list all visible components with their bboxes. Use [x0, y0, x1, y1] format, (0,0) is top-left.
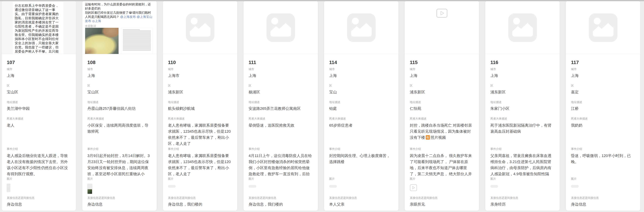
field-image: 图片 — [87, 177, 152, 196]
field-event: 事件介绍 3月9日起开始封控，3月14日解封。3月23日又一轮封控开始，期间这位… — [87, 147, 152, 177]
field-deceased: 死者大体描述 封控，跳楼自杀当场死亡 对面楼邻居只看见听见现场情况，因为集体被封… — [410, 117, 474, 147]
field-value-direct-info: 亲身经历 — [490, 201, 554, 207]
field-label-address: 地址描述 — [168, 100, 232, 104]
field-direct-info: 直接信息还是间接信息 身边信息 — [7, 196, 71, 207]
field-address: 地址描述 朱家门小区 — [490, 100, 554, 111]
field-city: 城市 上海 — [87, 67, 152, 78]
photo-thumbnail[interactable] — [85, 28, 118, 54]
attachment-thumbnail[interactable] — [490, 185, 498, 188]
field-deceased: 死者大体描述 小区保安，连续两周高强度值班，导致猝死 — [87, 117, 152, 147]
record-media-preview[interactable]: 运输有时间，为什么跟居委会的60的菜能到，还好多是烂的 别的区都已经分发过几批物… — [82, 1, 157, 54]
field-value-district: 宝山 — [329, 89, 393, 95]
record-media-preview[interactable] — [485, 1, 560, 54]
field-label-event: 事件介绍 — [87, 147, 152, 151]
field-district: 区 浦东新区 — [490, 84, 554, 95]
attachment-thumbnail[interactable] — [329, 185, 337, 188]
field-value-deceased: 我奶奶 — [571, 122, 635, 147]
field-city: 城市 上海 — [329, 67, 393, 78]
field-direct-info: 直接信息还是间接信息 亲眼所见 — [410, 196, 474, 207]
field-label-direct-info: 直接信息还是间接信息 — [248, 196, 313, 200]
record-fields: 115 城市 上海 区 浦东新区 地址描述 仁怡苑 死者大体描述 封控，跳楼自杀… — [404, 54, 479, 207]
record-id: 107 — [7, 59, 71, 66]
field-label-district: 区 — [329, 84, 393, 88]
field-image: 图片 — [7, 177, 71, 196]
record-card[interactable]: 分左右联系上中华西居委会，通过微信语音确认了这一事实。由于需要保护患者家属的隐私… — [2, 1, 76, 211]
field-label-event: 事件介绍 — [168, 147, 232, 151]
field-label-city: 城市 — [87, 67, 152, 71]
record-id: 108 — [87, 59, 152, 66]
record-card[interactable]: 运输有时间，为什么跟居委会的60的菜能到，还好多是烂的 别的区都已经分发过几批物… — [82, 1, 157, 211]
field-value-deceased: 65岁癌症患者 — [329, 122, 393, 147]
field-city: 城市 上海市 — [168, 67, 232, 78]
field-value-event: 老人患有哮喘，家属联系居委报备要求就医，12345也表示尽快，但是120依然来不… — [168, 153, 232, 177]
field-city: 城市 上海 — [248, 67, 313, 78]
record-card[interactable]: 111 城市 上海 区 杨浦区 地址描述 安波路265弄兰花教师公寓南区 死者大… — [243, 1, 318, 211]
field-direct-info: 直接信息还是间接信息 本人父亲 — [329, 196, 393, 207]
field-value-city: 上海 — [7, 73, 71, 78]
field-value-event: 4月11日上午，这位消毒防疫人员在给我们小区封控楼做消杀的时候突然晕倒，小区里有… — [248, 153, 313, 177]
record-media-preview[interactable] — [244, 1, 318, 54]
record-media-preview[interactable] — [324, 1, 398, 54]
deceased-suffix: 照片视频 — [430, 135, 446, 140]
attachment-thumbnail[interactable] — [168, 185, 176, 188]
horizontal-scrollbar[interactable] — [0, 0, 644, 1]
attachment-area — [329, 182, 393, 196]
chat-screenshot[interactable]: 分左右联系上中华西居委会，通过微信语音确认了这一事实。由于需要保护患者家属的隐私… — [2, 1, 76, 54]
translate-link[interactable]: 查看翻译 — [85, 25, 152, 28]
record-media-preview[interactable]: 分左右联系上中华西居委会，通过微信语音确认了这一事实。由于需要保护患者家属的隐私… — [2, 1, 76, 54]
has-media-badge: 有 — [426, 135, 430, 140]
record-card[interactable]: 114 城市 上海 区 宝山 地址描述 铂庭 死者大体描述 65岁癌症患者 事件… — [324, 1, 399, 211]
field-value-direct-info: 亲眼所见 — [410, 201, 474, 207]
record-card[interactable]: 115 城市 上海 区 浦东新区 地址描述 仁怡苑 死者大体描述 封控，跳楼自杀… — [404, 1, 479, 211]
field-value-address: 美兰湖中华园 — [7, 106, 71, 111]
field-address: 地址描述 铂庭 — [329, 100, 393, 111]
record-card[interactable]: 110 城市 上海市 区 浦东新区 地址描述 航头镇鹤沙航城 死者大体描述 老人… — [162, 1, 238, 211]
record-gallery: 分左右联系上中华西居委会，通过微信语音确认了这一事实。由于需要保护患者家属的隐私… — [2, 1, 640, 211]
field-label-deceased: 死者大体描述 — [329, 117, 393, 121]
field-label-direct-info: 直接信息还是间接信息 — [410, 196, 474, 200]
record-media-preview[interactable] — [566, 1, 640, 54]
field-label-city: 城市 — [248, 67, 313, 71]
record-card[interactable]: 117 城市 上海 区 嘉定 地址描述 江桥 死者大体描述 我奶奶 事件介绍 昏… — [566, 1, 640, 211]
attachment-area — [490, 182, 554, 196]
record-fields: 111 城市 上海 区 杨浦区 地址描述 安波路265弄兰花教师公寓南区 死者大… — [244, 54, 318, 207]
field-value-event: 老人感染后物业街道无人跟进，导致老人在没有救援的情况下去世。另外该小区还有不少阳… — [7, 153, 71, 177]
field-label-event: 事件介绍 — [410, 147, 474, 151]
video-play-icon[interactable] — [436, 9, 448, 18]
field-label-image: 图片 — [410, 177, 474, 181]
attachment-thumbnail[interactable] — [7, 183, 10, 192]
field-label-direct-info: 直接信息还是间接信息 — [490, 196, 554, 200]
attachment-thumbnail[interactable] — [87, 183, 92, 194]
field-district: 区 浦东新区 — [410, 84, 474, 95]
record-id: 115 — [410, 59, 474, 66]
attachment-thumbnail[interactable] — [248, 185, 256, 188]
field-district: 区 宝山区 — [87, 84, 152, 95]
record-media-preview[interactable] — [404, 1, 479, 54]
field-value-city: 上海 — [410, 73, 474, 78]
field-district: 区 杨浦区 — [248, 84, 313, 95]
field-event: 事件介绍 封控期间因生理、心理上极度痛苦，选择跳楼 — [329, 147, 393, 177]
video-attachment-icon[interactable] — [410, 184, 417, 191]
field-deceased: 死者大体描述 老人 — [7, 117, 71, 147]
field-image: 图片 — [490, 177, 554, 196]
field-label-deceased: 死者大体描述 — [7, 117, 71, 121]
record-media-preview[interactable] — [163, 1, 237, 54]
field-value-event: 因为凌晨十二点自杀， 很久救护车来了可能看到现场死了， 尸体留在原地，后来半夜也… — [410, 153, 474, 177]
screenshot-thumbnail[interactable] — [121, 28, 153, 54]
image-placeholder-icon — [186, 13, 214, 42]
field-image: 图片 — [329, 177, 393, 196]
field-value-event: 昏迷，呼吸微弱，120半小时到，已晚。 — [571, 153, 635, 177]
record-fields: 110 城市 上海市 区 浦东新区 地址描述 航头镇鹤沙航城 死者大体描述 老人… — [163, 54, 237, 207]
field-value-deceased: 老人 — [7, 122, 71, 147]
field-label-city: 城市 — [7, 67, 71, 71]
record-card[interactable]: 116 城市 上海 区 浦东新区 地址描述 朱家门小区 死者大体描述 死于浦东医… — [485, 1, 560, 211]
image-placeholder-icon — [347, 13, 376, 42]
attachment-thumbnail[interactable] — [571, 185, 579, 188]
record-id: 117 — [571, 59, 635, 66]
social-post[interactable]: 运输有时间，为什么跟居委会的60的菜能到，还好多是烂的 别的区都已经分发过几批物… — [82, 1, 157, 54]
field-value-deceased: 老人患有哮喘，家属联系居委报备要求就医，12345也表示尽快，但是120依然来不… — [168, 122, 232, 147]
attachment-area — [87, 182, 152, 196]
field-address: 地址描述 仁怡苑 — [410, 100, 474, 111]
field-label-deceased: 死者大体描述 — [410, 117, 474, 121]
field-image: 图片 — [571, 177, 635, 196]
